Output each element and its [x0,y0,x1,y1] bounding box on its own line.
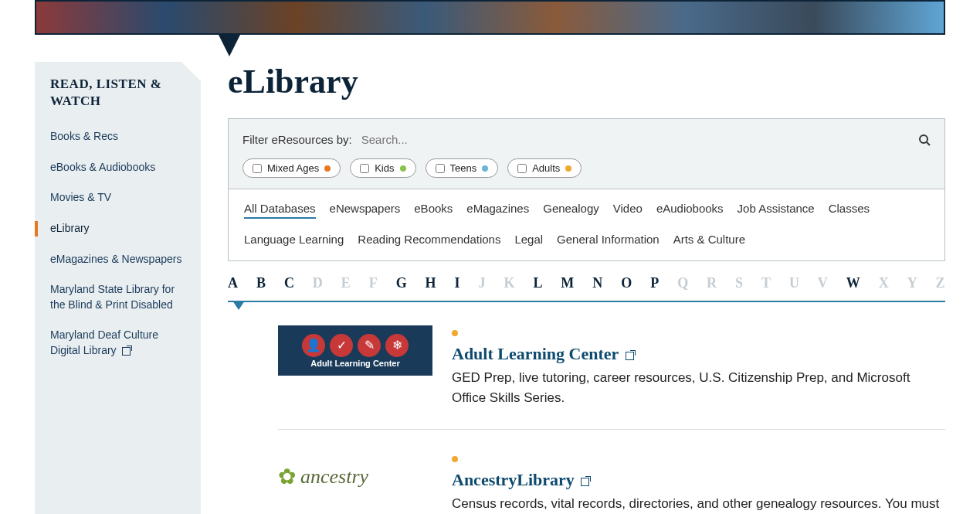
sidebar-item[interactable]: eMagazines & Newspapers [50,244,185,275]
filter-checkbox[interactable] [517,164,527,173]
result-body: Adult Learning Center GED Prep, live tut… [452,325,945,407]
audience-dot-icon [452,456,458,462]
sidebar-item-label: Maryland State Library for the Blind & P… [50,283,175,311]
sidebar-item-label: eMagazines & Newspapers [50,253,181,265]
category-tab[interactable]: eAudiobooks [656,202,724,219]
alpha-letter: J [479,275,486,291]
category-tab[interactable]: Arts & Culture [673,233,745,248]
category-tab[interactable]: eBooks [414,202,453,219]
alpha-letter: S [735,275,743,291]
external-link-icon [581,478,589,486]
alpha-letter: F [369,275,378,291]
sidebar-item[interactable]: Movies & TV [50,182,185,213]
alpha-letter: U [789,275,799,291]
filter-box: Filter eResources by: Mixed AgesKidsTeen… [228,118,945,189]
result-item: ✿ancestryAncestryLibrary Census records,… [278,451,945,514]
category-tab[interactable]: Reading Recommendations [358,233,500,248]
filter-pill-label: Teens [450,162,477,174]
results-list: 👤✓✎❄Adult Learning CenterAdult Learning … [228,325,945,514]
result-logo: 👤✓✎❄Adult Learning Center [278,325,432,376]
sidebar-item[interactable]: Maryland State Library for the Blind & P… [50,274,185,320]
sidebar-item-label: eLibrary [50,222,90,234]
hero-banner [35,0,945,35]
alpha-letter[interactable]: N [592,275,602,291]
alpha-letter[interactable]: M [561,275,574,291]
category-tab[interactable]: eMagazines [466,202,529,219]
result-description: Census records, vital records, directori… [452,494,945,514]
alpha-letter[interactable]: L [533,275,542,291]
alpha-letter: Y [907,275,917,291]
leaf-icon: ✿ [278,464,296,489]
sidebar-item[interactable]: Books & Recs [50,121,185,152]
category-tab[interactable]: All Databases [244,202,316,219]
alpha-letter: X [879,275,889,291]
result-item: 👤✓✎❄Adult Learning CenterAdult Learning … [278,325,945,430]
category-tab[interactable]: Job Assistance [738,202,815,219]
alpha-letter[interactable]: P [650,275,659,291]
alpha-letter[interactable]: C [284,275,294,291]
alpha-letter: R [707,275,717,291]
alpha-letter[interactable]: B [256,275,266,291]
filter-pill[interactable]: Teens [426,158,499,178]
color-dot-icon [482,165,488,172]
page-title: eLibrary [228,62,945,101]
alphabet-filter: ABCDEFGHIJKLMNOPQRSTUVWXYZ [228,275,945,302]
category-tab[interactable]: General Information [557,233,660,248]
alpha-letter: E [341,275,351,291]
filter-pill-label: Mixed Ages [267,162,319,174]
alpha-letter: T [761,275,771,291]
filter-checkbox[interactable] [360,164,369,173]
external-link-icon [626,352,634,360]
category-tab[interactable]: Classes [829,202,870,219]
alpha-letter[interactable]: I [455,275,460,291]
main-content: eLibrary Filter eResources by: Mixed Age… [228,62,945,514]
filter-pill[interactable]: Adults [507,158,582,178]
alpha-letter: Z [936,275,945,291]
color-dot-icon [324,165,331,172]
sidebar-nav: READ, LISTEN & WATCH Books & RecseBooks … [35,62,201,514]
alpha-letter[interactable]: A [228,275,238,291]
sidebar-title: READ, LISTEN & WATCH [50,76,185,110]
category-tab[interactable]: Video [613,202,643,219]
alpha-letter: K [504,275,514,291]
category-tab[interactable]: eNewspapers [330,202,401,219]
audience-dot-icon [452,330,458,336]
category-box: All DatabaseseNewspaperseBookseMagazines… [228,189,945,261]
filter-checkbox[interactable] [436,164,445,173]
alpha-letter: D [313,275,323,291]
search-input[interactable] [361,130,909,149]
sidebar-item[interactable]: eLibrary [50,213,185,244]
alpha-letter: V [818,275,828,291]
sidebar-item-label: Maryland Deaf Culture Digital Library [50,328,158,356]
alpha-letter[interactable]: H [426,275,436,291]
sidebar-item-label: Books & Recs [50,130,118,142]
search-icon[interactable] [918,134,931,146]
alpha-letter[interactable]: O [621,275,632,291]
color-dot-icon [565,165,571,172]
color-dot-icon [400,165,406,172]
filter-pill[interactable]: Kids [350,158,415,178]
filter-checkbox[interactable] [253,164,262,173]
alpha-letter[interactable]: W [846,275,860,291]
sidebar-item-label: eBooks & Audiobooks [50,161,155,173]
result-title-link[interactable]: Adult Learning Center [452,344,945,364]
sidebar-item-label: Movies & TV [50,191,111,203]
sidebar-item[interactable]: Maryland Deaf Culture Digital Library [50,320,185,366]
alpha-letter[interactable]: G [396,275,407,291]
category-tab[interactable]: Genealogy [543,202,599,219]
category-tab[interactable]: Language Learning [244,233,344,248]
result-title-link[interactable]: AncestryLibrary [452,470,945,490]
svg-line-1 [927,142,930,145]
sidebar-item[interactable]: eBooks & Audiobooks [50,152,185,183]
result-body: AncestryLibrary Census records, vital re… [452,451,945,514]
filter-pill[interactable]: Mixed Ages [242,158,341,178]
alpha-letter: Q [677,275,688,291]
filter-label: Filter eResources by: [242,133,352,146]
svg-point-0 [920,135,927,143]
result-logo: ✿ancestry [278,451,432,502]
result-description: GED Prep, live tutoring, career resource… [452,368,945,407]
category-tab[interactable]: Legal [514,233,543,248]
filter-pill-label: Adults [532,162,560,174]
external-link-icon [122,347,131,356]
filter-pill-label: Kids [375,162,394,174]
